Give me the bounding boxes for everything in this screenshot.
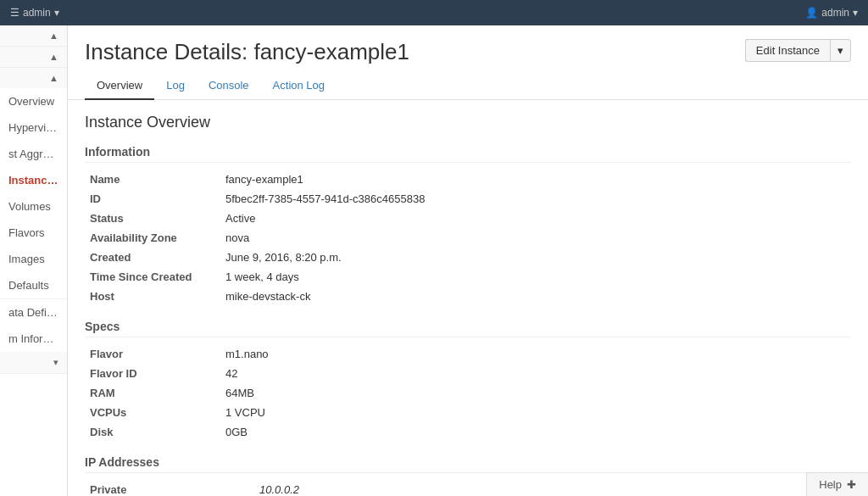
page-title: Instance Details: fancy-example1 xyxy=(85,39,409,65)
top-bar: ☰ admin ▾ 👤 admin ▾ xyxy=(0,0,868,25)
sidebar-item-overview[interactable]: Overview xyxy=(0,88,67,114)
sidebar-item-data-definitions[interactable]: ata Definitions xyxy=(0,299,67,326)
field-label: VCPUs xyxy=(85,403,220,422)
sidebar-item-hypervisors[interactable]: Hypervisors xyxy=(0,114,67,141)
table-row: VCPUs 1 VCPU xyxy=(85,403,851,422)
admin-dropdown-icon[interactable]: ▾ xyxy=(54,7,59,19)
sidebar-item-images[interactable]: Images xyxy=(0,246,67,272)
specs-table: Flavor m1.nano Flavor ID 42 RAM 64MB VCP… xyxy=(85,344,851,442)
menu-icon[interactable]: ☰ xyxy=(10,7,19,19)
field-label: Flavor ID xyxy=(85,364,220,383)
sidebar-toggle-3[interactable]: ▲ xyxy=(0,68,67,88)
edit-instance-btn-group: Edit Instance ▾ xyxy=(745,39,851,62)
sidebar: ▲ ▲ ▲ Overview Hypervisors st Aggregates… xyxy=(0,25,68,496)
sidebar-section-2: ▲ xyxy=(0,47,67,68)
information-subsection-title: Information xyxy=(85,145,851,163)
field-value: nova xyxy=(220,228,851,248)
page-header: Instance Details: fancy-example1 Edit In… xyxy=(68,25,868,72)
field-value: mike-devstack-ck xyxy=(220,287,851,306)
field-label: Availability Zone xyxy=(85,228,220,248)
sidebar-item-defaults[interactable]: Defaults xyxy=(0,272,67,298)
tab-log[interactable]: Log xyxy=(154,72,197,100)
specs-subsection-title: Specs xyxy=(85,320,851,337)
tab-console[interactable]: Console xyxy=(197,72,261,100)
sidebar-item-flavors[interactable]: Flavors xyxy=(0,220,67,246)
chevron-up-icon-3: ▲ xyxy=(49,73,58,83)
field-label: ID xyxy=(85,189,220,209)
table-row: Host mike-devstack-ck xyxy=(85,287,851,306)
field-value: June 9, 2016, 8:20 p.m. xyxy=(220,248,851,267)
table-row: ID 5fbec2ff-7385-4557-941d-c386c4655838 xyxy=(85,189,851,209)
field-label: Name xyxy=(85,170,220,189)
field-label: RAM xyxy=(85,383,220,403)
table-row: Flavor ID 42 xyxy=(85,364,851,383)
field-value: 42 xyxy=(220,364,851,383)
field-value: fancy-example1 xyxy=(220,170,851,189)
sidebar-toggle-2[interactable]: ▲ xyxy=(0,47,67,67)
field-value: 0GB xyxy=(220,422,851,442)
sidebar-item-aggregates[interactable]: st Aggregates xyxy=(0,141,67,167)
field-value: m1.nano xyxy=(220,344,851,364)
overview-section-title: Instance Overview xyxy=(85,114,851,131)
table-row: Created June 9, 2016, 8:20 p.m. xyxy=(85,248,851,267)
sidebar-toggle-4[interactable]: ▾ xyxy=(0,352,67,373)
sidebar-toggle-1[interactable]: ▲ xyxy=(0,25,67,46)
field-label: Host xyxy=(85,287,220,306)
information-table: Name fancy-example1 ID 5fbec2ff-7385-455… xyxy=(85,170,851,306)
help-bar[interactable]: Help ✚ xyxy=(806,472,868,496)
table-row: Status Active xyxy=(85,209,851,228)
field-value: Active xyxy=(220,209,851,228)
admin-brand[interactable]: admin xyxy=(23,7,51,19)
field-value: 5fbec2ff-7385-4557-941d-c386c4655838 xyxy=(220,189,851,209)
table-row: Disk 0GB xyxy=(85,422,851,442)
user-label[interactable]: admin xyxy=(821,7,849,19)
sidebar-section-3: ▲ Overview Hypervisors st Aggregates Ins… xyxy=(0,68,67,299)
tab-overview[interactable]: Overview xyxy=(85,72,154,100)
sidebar-section-1: ▲ xyxy=(0,25,67,47)
user-dropdown-icon[interactable]: ▾ xyxy=(853,7,858,19)
table-row: Time Since Created 1 week, 4 days xyxy=(85,267,851,287)
field-value: 64MB xyxy=(220,383,851,403)
table-row: RAM 64MB xyxy=(85,383,851,403)
field-value: 1 VCPU xyxy=(220,403,851,422)
field-label: Disk xyxy=(85,422,220,442)
sidebar-item-volumes[interactable]: Volumes xyxy=(0,193,67,220)
ip-addresses-subsection-title: IP Addresses xyxy=(85,455,851,473)
ip-network-label: Private xyxy=(90,483,225,496)
edit-instance-dropdown-button[interactable]: ▾ xyxy=(830,39,851,62)
main-layout: ▲ ▲ ▲ Overview Hypervisors st Aggregates… xyxy=(0,25,868,496)
ip-row: Private 10.0.0.2 xyxy=(85,480,851,496)
tabs-bar: Overview Log Console Action Log xyxy=(68,72,868,100)
sidebar-item-rm-information[interactable]: m Information xyxy=(0,326,67,352)
dropdown-arrow-icon: ▾ xyxy=(837,44,843,57)
field-label: Created xyxy=(85,248,220,267)
top-bar-left: ☰ admin ▾ xyxy=(10,7,59,19)
content-area: Instance Details: fancy-example1 Edit In… xyxy=(68,25,868,496)
chevron-down-icon-4: ▾ xyxy=(53,357,58,368)
sidebar-section-4: ata Definitions m Information ▾ xyxy=(0,299,67,374)
top-bar-right: 👤 admin ▾ xyxy=(805,7,858,19)
table-row: Availability Zone nova xyxy=(85,228,851,248)
table-row: Flavor m1.nano xyxy=(85,344,851,364)
field-label: Time Since Created xyxy=(85,267,220,287)
field-label: Status xyxy=(85,209,220,228)
field-value: 1 week, 4 days xyxy=(220,267,851,287)
chevron-up-icon-1: ▲ xyxy=(49,31,58,41)
help-label: Help xyxy=(819,478,842,491)
table-row: Name fancy-example1 xyxy=(85,170,851,189)
help-plus-icon: ✚ xyxy=(847,478,856,491)
sidebar-item-instances[interactable]: Instances xyxy=(0,167,67,193)
ip-address-value: 10.0.0.2 xyxy=(259,483,299,496)
field-label: Flavor xyxy=(85,344,220,364)
user-icon: 👤 xyxy=(805,7,818,19)
edit-instance-button[interactable]: Edit Instance xyxy=(745,39,830,62)
chevron-up-icon-2: ▲ xyxy=(49,52,58,62)
overview-section: Instance Overview Information Name fancy… xyxy=(68,100,868,496)
tab-action-log[interactable]: Action Log xyxy=(261,72,337,100)
